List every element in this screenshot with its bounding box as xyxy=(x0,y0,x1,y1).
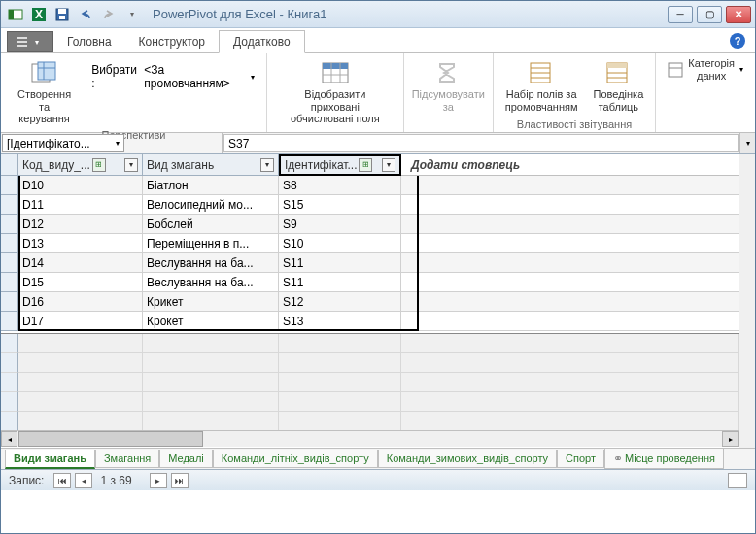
table-row[interactable]: D10БіатлонS8 xyxy=(1,176,739,195)
table-row[interactable]: D16КрикетS12 xyxy=(1,292,739,312)
app-icon[interactable] xyxy=(5,5,26,24)
cell[interactable]: S8 xyxy=(279,176,401,195)
column-header-1[interactable]: Вид змагань▾ xyxy=(143,154,279,176)
svg-rect-6 xyxy=(59,16,65,19)
table-row[interactable]: D13Переміщення в п...S10 xyxy=(1,234,739,253)
cell[interactable]: Переміщення в п... xyxy=(143,234,279,253)
table-row[interactable]: D11Велосипедний мо...S15 xyxy=(1,195,739,215)
sheet-tab[interactable]: Спорт xyxy=(557,450,604,468)
cell[interactable]: Веслування на ба... xyxy=(143,273,279,292)
ribbon-group-reporting: Набір полів за промовчанням Поведінка та… xyxy=(494,53,656,132)
tab-advanced[interactable]: Додатково xyxy=(219,30,305,53)
cell[interactable]: S11 xyxy=(279,253,401,273)
cell[interactable]: S11 xyxy=(279,273,401,292)
cell[interactable]: D12 xyxy=(18,215,143,234)
cell[interactable]: Біатлон xyxy=(143,176,279,195)
record-label: Запис: xyxy=(9,474,44,487)
first-record-button[interactable]: ⏮ xyxy=(53,473,71,488)
cell[interactable]: S12 xyxy=(279,292,401,312)
default-fields-button[interactable]: Набір полів за промовчанням xyxy=(501,57,582,115)
horizontal-scrollbar[interactable]: ◂▸ xyxy=(1,430,739,447)
formula-expand-icon[interactable]: ▾ xyxy=(739,133,755,153)
sheet-tab[interactable]: Команди_зимових_видів_спорту xyxy=(378,450,557,468)
ribbon-group-summarize: Підсумовувати за xyxy=(404,53,494,132)
last-record-button[interactable]: ⏭ xyxy=(171,473,189,488)
select-all-corner[interactable] xyxy=(1,154,18,176)
excel-icon[interactable]: X xyxy=(28,5,50,24)
window-controls: ─ ▢ ✕ xyxy=(668,6,751,23)
cell[interactable]: S10 xyxy=(279,234,401,253)
ribbon-group-hidden-fields: Відобразити приховані обчислювані поля xyxy=(267,53,404,132)
view-mode-button[interactable] xyxy=(728,473,747,488)
help-icon[interactable]: ? xyxy=(730,33,745,49)
table-behavior-button[interactable]: Поведінка таблиць xyxy=(590,57,648,115)
table-row[interactable]: D15Веслування на ба...S11 xyxy=(1,273,739,292)
svg-rect-1 xyxy=(9,10,14,19)
titlebar: X ▾ PowerPivot для Excel - Книга1 ─ ▢ ✕ xyxy=(1,1,755,28)
qat-customize-icon[interactable]: ▾ xyxy=(121,5,143,24)
prev-record-button[interactable]: ◂ xyxy=(75,473,92,488)
vertical-scrollbar[interactable] xyxy=(739,154,755,448)
relation-icon[interactable]: ⊞ xyxy=(92,158,106,172)
cell[interactable]: D16 xyxy=(18,292,143,312)
close-button[interactable]: ✕ xyxy=(726,6,751,23)
filter-icon[interactable]: ▾ xyxy=(382,158,395,172)
cell[interactable]: D14 xyxy=(18,253,143,273)
table-row[interactable]: D17КрокетS13 xyxy=(1,312,739,331)
cell[interactable]: Крикет xyxy=(143,292,279,312)
sheet-tab[interactable]: Медалі xyxy=(159,450,213,468)
cell[interactable]: S15 xyxy=(279,195,401,215)
cell[interactable]: D13 xyxy=(18,234,143,253)
cell[interactable]: S13 xyxy=(279,312,401,331)
cell[interactable]: D17 xyxy=(18,312,143,331)
cell[interactable]: Бобслей xyxy=(143,215,279,234)
svg-rect-15 xyxy=(323,63,348,69)
ribbon-group-category: Категорія даних ▾ xyxy=(656,53,755,132)
save-icon[interactable] xyxy=(52,5,73,24)
redo-icon[interactable] xyxy=(98,5,120,24)
sheet-tabs: Види змаганьЗмаганняМедаліКоманди_літніх… xyxy=(1,448,755,469)
sheet-tab[interactable]: Команди_літніх_видів_спорту xyxy=(213,450,378,468)
svg-rect-11 xyxy=(38,62,55,80)
column-header-2[interactable]: Ідентифікат...⊞▾ xyxy=(279,154,401,176)
tab-design[interactable]: Конструктор xyxy=(125,31,219,52)
name-box[interactable]: [Ідентифікато...▾ xyxy=(2,134,124,152)
ribbon-tabs: ▾ Головна Конструктор Додатково ? xyxy=(1,28,755,53)
formula-bar: [Ідентифікато...▾ S37 ▾ xyxy=(1,133,755,154)
cell[interactable]: Крокет xyxy=(143,312,279,331)
sheet-tab[interactable]: Змагання xyxy=(95,450,159,468)
add-column[interactable]: Додати стовпець xyxy=(401,154,739,176)
data-category-dropdown[interactable]: Категорія даних ▾ xyxy=(664,55,747,83)
sigma-icon xyxy=(432,59,464,86)
show-hidden-button[interactable]: Відобразити приховані обчислювані поля xyxy=(275,57,395,127)
table-row[interactable]: D12БобслейS9 xyxy=(1,215,739,234)
sheet-tab[interactable]: ⚭Місце проведення xyxy=(604,449,724,469)
formula-input[interactable]: S37 xyxy=(223,134,739,152)
cell[interactable]: Веслування на ба... xyxy=(143,253,279,273)
relation-icon[interactable]: ⊞ xyxy=(359,158,372,172)
create-manage-button[interactable]: Створення та керування xyxy=(9,57,80,127)
table-row[interactable]: D14Веслування на ба...S11 xyxy=(1,253,739,273)
sheet-tab[interactable]: Види змагань xyxy=(5,450,95,469)
tab-home[interactable]: Головна xyxy=(53,31,125,52)
file-tab[interactable]: ▾ xyxy=(7,31,53,52)
maximize-button[interactable]: ▢ xyxy=(697,6,722,23)
next-record-button[interactable]: ▸ xyxy=(150,473,167,488)
cell[interactable]: D15 xyxy=(18,273,143,292)
svg-rect-27 xyxy=(669,63,682,77)
ribbon: Створення та керування Вибрати : <За про… xyxy=(1,53,755,133)
cell[interactable]: D10 xyxy=(18,176,143,195)
filter-icon[interactable]: ▾ xyxy=(260,158,274,172)
cell[interactable]: D11 xyxy=(18,195,143,215)
filter-icon[interactable]: ▾ xyxy=(124,158,138,172)
undo-icon[interactable] xyxy=(75,5,96,24)
select-perspective-dropdown[interactable]: Вибрати : <За промовчанням> ▾ xyxy=(87,61,258,92)
cell[interactable]: Велосипедний мо... xyxy=(143,195,279,215)
ribbon-group-perspectives: Створення та керування Вибрати : <За про… xyxy=(1,53,267,132)
summarize-button[interactable]: Підсумовувати за xyxy=(408,57,489,115)
cell[interactable]: S9 xyxy=(279,215,401,234)
minimize-button[interactable]: ─ xyxy=(668,6,693,23)
record-position: 1 з 69 xyxy=(100,474,131,487)
column-header-0[interactable]: Код_виду_...⊞▾ xyxy=(18,154,143,176)
calculation-area xyxy=(1,333,739,430)
